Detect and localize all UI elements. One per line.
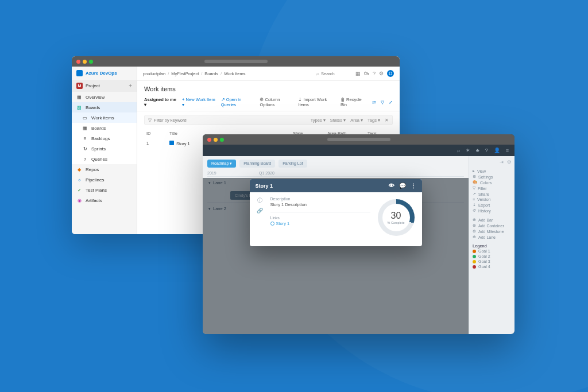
nav-overview[interactable]: ▦Overview [72,92,137,102]
close-dot-2[interactable] [207,138,211,142]
overview-icon: ▦ [76,94,82,100]
linked-item[interactable]: Story 1 [270,221,370,226]
nav-test-plans[interactable]: ✓Test Plans [72,185,137,195]
story-icon [169,141,174,145]
modal-title: Story 1 [256,183,273,189]
legend-goal1[interactable]: Goal 1 [473,249,511,254]
filter-input[interactable] [154,118,308,123]
crumb-page[interactable]: Work items [224,71,245,76]
side-add-milestone[interactable]: ⊕ Add Milestone [473,228,511,234]
link-icon[interactable]: 🔗 [257,208,263,214]
pp-topbar: ⌕ ✶ ♣ ? 👤 ≡ [203,145,514,156]
pipelines-icon: ⟐ [76,177,82,183]
side-add-container[interactable]: ⊕ Add Container [473,223,511,228]
nav-boards[interactable]: ▧Boards [72,102,137,112]
recycle-button[interactable]: 🗑 Recycle Bin [341,97,366,107]
azure-brand[interactable]: Azure DevOps [72,67,137,80]
pp-search-icon[interactable]: ⌕ [457,148,460,153]
boards-icon: ▧ [76,104,82,110]
tab-planning[interactable]: Planning Board [239,160,275,168]
filter-area[interactable]: Area ▾ [350,118,363,123]
artifacts-icon: ◉ [76,197,82,203]
address-bar [204,60,268,63]
import-button[interactable]: ⤓ Import Work Items [298,97,335,107]
grid-icon[interactable]: ▦ [355,71,361,76]
side-export[interactable]: ⤓ Export [473,202,511,208]
assigned-filter[interactable]: Assigned to me ▾ [144,97,176,107]
side-colors[interactable]: 🎨 Colors [473,180,511,185]
side-settings[interactable]: ⚙ Settings [473,174,511,180]
side-history[interactable]: ↺ History [473,208,511,214]
nav-work-items[interactable]: ▭Work items [72,112,137,123]
search-box[interactable]: ⌕ [316,71,350,76]
legend-dot-1 [473,250,476,253]
bag-icon[interactable]: 🛍 [364,71,369,76]
minimize-dot[interactable] [83,60,87,64]
more-icon[interactable]: ⋮ [411,183,416,189]
filter-tags[interactable]: Tags ▾ [368,118,380,123]
legend-goal3[interactable]: Goal 3 [473,259,511,264]
maximize-dot[interactable] [89,60,93,64]
tab-roadmap[interactable]: Roadmap ▾ [207,160,236,168]
pp-help-icon[interactable]: ? [485,148,488,153]
comment-icon[interactable]: 💬 [399,183,406,189]
project-selector[interactable]: M Project + [72,80,137,92]
fullscreen-icon[interactable]: ⤢ [389,100,393,105]
visibility-icon[interactable]: 👁 [389,183,394,189]
add-project-icon[interactable]: + [129,83,132,89]
new-work-item-button[interactable]: + New Work Item ▾ [182,97,215,107]
azure-logo-icon [76,70,83,76]
legend-dot-4 [473,265,476,269]
column-options-button[interactable]: ⚙ Column Options [260,97,292,107]
nav-boards-sub[interactable]: ▦Boards [72,123,137,133]
pp-menu-icon[interactable]: ≡ [506,148,509,153]
nav-artifacts[interactable]: ◉Artifacts [72,195,137,205]
crumb-section[interactable]: Boards [204,71,218,76]
search-icon: ⌕ [316,71,319,76]
open-queries-button[interactable]: ↗ Open in Queries [221,97,254,107]
side-filter[interactable]: ▽ Filter [473,185,511,191]
backlogs-icon: ≡ [82,135,88,141]
nav-backlogs[interactable]: ≡Backlogs [72,133,137,143]
view-options-icon[interactable]: ⇄ [372,100,376,105]
pp-bell-icon[interactable]: ♣ [476,148,479,153]
gridcol-2: Q1 2020 [259,171,274,175]
legend-header: Legend [473,243,511,249]
azure-sidebar: Azure DevOps M Project + ▦Overview ▧Boar… [72,67,137,234]
search-input[interactable] [321,71,350,76]
nav-sprints[interactable]: ↻Sprints [72,143,137,154]
collapse-icon[interactable]: ⇥ [500,160,504,165]
legend-goal4[interactable]: Goal 4 [473,264,511,269]
user-avatar[interactable]: D [387,70,394,77]
minimize-dot-2[interactable] [214,138,218,142]
story-modal: Story 1 👁 💬 ⋮ ⓘ 🔗 Descript [250,179,422,246]
nav-repos[interactable]: ◆Repos [72,164,137,174]
tab-parking[interactable]: Parking Lot [278,160,307,168]
side-version[interactable]: ≡ Version [473,197,511,202]
percent-value: 30 [391,211,401,221]
side-view[interactable]: ▸ View [473,168,511,174]
pp-gear-icon[interactable]: ✶ [466,148,470,153]
crumb-org[interactable]: productplan [143,71,165,76]
nav-queries[interactable]: ?Queries [72,154,137,164]
crumb-project[interactable]: MyFirstProject [171,71,199,76]
side-add-lane[interactable]: ⊕ Add Lane [473,234,511,240]
work-items-toolbar: Assigned to me ▾ + New Work Item ▾ ↗ Ope… [137,95,400,111]
side-add-bar[interactable]: ⊕ Add Bar [473,217,511,223]
th-id[interactable]: ID [146,131,169,136]
close-filter-icon[interactable]: ✕ [385,118,389,123]
filter-types[interactable]: Types ▾ [311,118,326,123]
settings-icon[interactable]: ⚙ [379,71,384,76]
side-share[interactable]: ↗ Share [473,191,511,197]
nav-pipelines[interactable]: ⟐Pipelines [72,174,137,185]
maximize-dot-2[interactable] [220,138,224,142]
filter-icon[interactable]: ▽ [381,100,384,105]
close-dot[interactable] [76,60,80,64]
legend-goal2[interactable]: Goal 2 [473,254,511,259]
panel-gear-icon[interactable]: ⚙ [507,160,511,165]
help-icon[interactable]: ? [373,71,376,76]
filter-states[interactable]: States ▾ [330,118,346,123]
info-icon[interactable]: ⓘ [257,197,262,204]
pp-user-icon[interactable]: 👤 [494,148,500,153]
desc-value: Story 1 Description [270,202,370,207]
